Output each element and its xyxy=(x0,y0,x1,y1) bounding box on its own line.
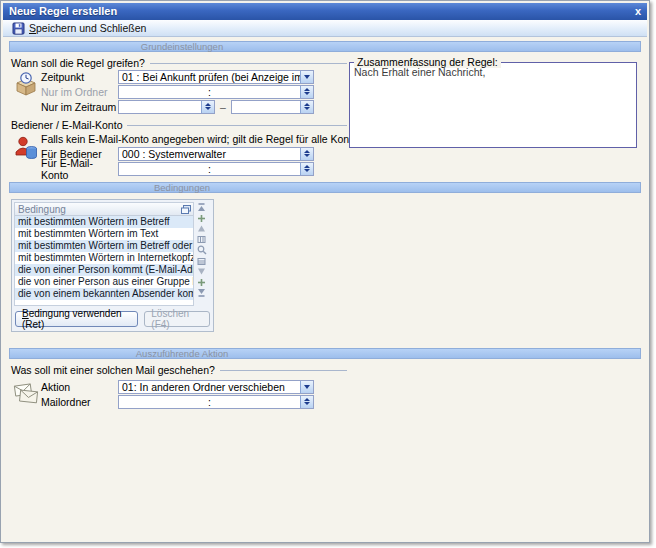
spinner-icon[interactable] xyxy=(300,396,313,408)
save-and-close-label: Speichern und Schließen xyxy=(29,22,146,34)
mailordner-value: : xyxy=(208,396,211,408)
section-header-conditions-label: Bedingungen xyxy=(154,183,210,192)
ordner-label: Nur im Ordner xyxy=(41,86,118,98)
konto-value: : xyxy=(208,163,211,175)
dropdown-arrow-icon[interactable] xyxy=(300,381,313,393)
save-and-close-button[interactable]: Speichern und Schließen xyxy=(8,21,150,36)
list-item[interactable]: mit bestimmten Wörtern im Betreff xyxy=(15,216,193,228)
clock-package-icon xyxy=(13,71,39,97)
bediener-group-heading: Bediener / E-Mail-Konto xyxy=(11,119,349,131)
aktion-value: 01: In anderen Ordner verschieben xyxy=(122,381,285,393)
add-icon[interactable] xyxy=(197,278,206,287)
columns-icon[interactable] xyxy=(197,235,206,244)
toolbar: Speichern und Schließen xyxy=(3,20,647,37)
action-question-label: Was soll mit einer solchen Mail geschehe… xyxy=(11,364,215,376)
spinner-icon[interactable] xyxy=(201,101,214,113)
section-header-basic-label: Grundeinstellungen xyxy=(141,42,223,51)
scroll-bottom-icon[interactable] xyxy=(197,288,206,297)
aktion-select[interactable]: 01: In anderen Ordner verschieben xyxy=(118,380,314,394)
list-item[interactable]: mit bestimmten Wörtern im Betreff oder T… xyxy=(15,240,193,252)
summary-box: Zusammenfassung der Regel: Nach Erhalt e… xyxy=(349,62,637,148)
cascade-windows-icon[interactable] xyxy=(181,205,191,214)
zeitpunkt-value: 01 : Bei Ankunft prüfen (bei Anzeige im … xyxy=(122,71,314,83)
bediener-field[interactable]: 000 : Systemverwalter xyxy=(118,147,314,161)
spinner-icon[interactable] xyxy=(300,86,313,98)
aktion-label: Aktion xyxy=(41,381,118,393)
heading-rule xyxy=(127,125,347,126)
delete-condition-label: Löschen (F4) xyxy=(151,308,203,330)
mailordner-label: Mailordner xyxy=(41,396,118,408)
zeitraum-separator: – xyxy=(215,101,231,113)
zeitpunkt-label: Zeitpunkt xyxy=(41,71,118,83)
dialog-window: Neue Regel erstellen x Speichern und Sch… xyxy=(0,0,650,543)
spinner-icon[interactable] xyxy=(300,163,313,175)
section-header-basic: Grundeinstellungen xyxy=(9,41,641,52)
move-up-icon[interactable] xyxy=(197,224,206,233)
zeitraum-from-field[interactable] xyxy=(118,100,215,114)
spinner-icon[interactable] xyxy=(300,101,313,113)
bediener-group: Falls kein E-Mail-Konto angegeben wird; … xyxy=(11,133,349,176)
when-group-heading-label: Wann soll die Regel greifen? xyxy=(11,57,145,69)
list-item[interactable]: die von einer Person kommt (E-Mail-Adres… xyxy=(15,264,193,276)
action-group-heading: Was soll mit einer solchen Mail geschehe… xyxy=(11,364,349,376)
list-scroll-strip xyxy=(194,202,209,306)
use-condition-label: Bedingung verwenden (Ret) xyxy=(22,308,131,330)
bediener-hint: Falls kein E-Mail-Konto angegeben wird; … xyxy=(41,133,349,145)
zeitpunkt-select[interactable]: 01 : Bei Ankunft prüfen (bei Anzeige im … xyxy=(118,70,314,84)
section-header-action: Auszuführende Aktion xyxy=(9,348,641,359)
page-title: Neue Regel erstellen xyxy=(9,3,117,20)
spinner-icon[interactable] xyxy=(300,148,313,160)
scroll-top-icon[interactable] xyxy=(197,203,206,212)
section-header-action-label: Auszuführende Aktion xyxy=(136,349,228,358)
rows-icon[interactable] xyxy=(197,257,206,266)
search-icon[interactable] xyxy=(197,245,207,255)
title-bar[interactable]: Neue Regel erstellen x xyxy=(3,3,647,20)
heading-rule xyxy=(150,63,347,64)
list-item[interactable]: mit bestimmten Wörtern im Text xyxy=(15,228,193,240)
zeitraum-label: Nur im Zeitraum xyxy=(41,101,118,113)
add-icon[interactable] xyxy=(197,214,206,223)
list-item[interactable]: die von einer Person aus einer Gruppe ko… xyxy=(15,276,193,288)
user-database-icon xyxy=(13,135,39,161)
conditions-panel: Bedingung mit bestimmten Wörtern im Betr… xyxy=(11,199,214,332)
bediener-value: 000 : Systemverwalter xyxy=(122,148,226,160)
list-item[interactable]: mit bestimmten Wörtern in Internetkopfze… xyxy=(15,252,193,264)
konto-label: Für E-Mail-Konto xyxy=(41,157,118,181)
summary-legend: Zusammenfassung der Regel: xyxy=(354,56,501,68)
envelopes-icon xyxy=(13,381,40,405)
use-condition-button[interactable]: Bedingung verwenden (Ret) xyxy=(15,311,138,327)
heading-rule xyxy=(220,370,347,371)
dropdown-arrow-icon[interactable] xyxy=(300,71,313,83)
when-group-heading: Wann soll die Regel greifen? xyxy=(11,57,349,69)
action-group: Aktion 01: In anderen Ordner verschieben… xyxy=(11,379,349,409)
zeitraum-to-field[interactable] xyxy=(231,100,314,114)
conditions-list[interactable]: Bedingung mit bestimmten Wörtern im Betr… xyxy=(14,202,194,306)
konto-field[interactable]: : xyxy=(118,162,314,176)
ordner-field[interactable]: : xyxy=(118,85,314,99)
delete-condition-button: Löschen (F4) xyxy=(144,311,210,327)
when-group: Zeitpunkt 01 : Bei Ankunft prüfen (bei A… xyxy=(11,69,349,114)
conditions-header-label: Bedingung xyxy=(18,204,66,215)
close-icon[interactable]: x xyxy=(635,3,641,20)
mailordner-field[interactable]: : xyxy=(118,395,314,409)
floppy-save-icon xyxy=(12,22,25,35)
bediener-group-heading-label: Bediener / E-Mail-Konto xyxy=(11,119,122,131)
list-item[interactable]: die von einem bekannten Absender kommt xyxy=(15,288,193,300)
move-down-icon[interactable] xyxy=(197,267,206,276)
ordner-value: : xyxy=(208,86,211,98)
section-header-conditions: Bedingungen xyxy=(9,182,641,193)
conditions-list-header[interactable]: Bedingung xyxy=(15,203,193,216)
